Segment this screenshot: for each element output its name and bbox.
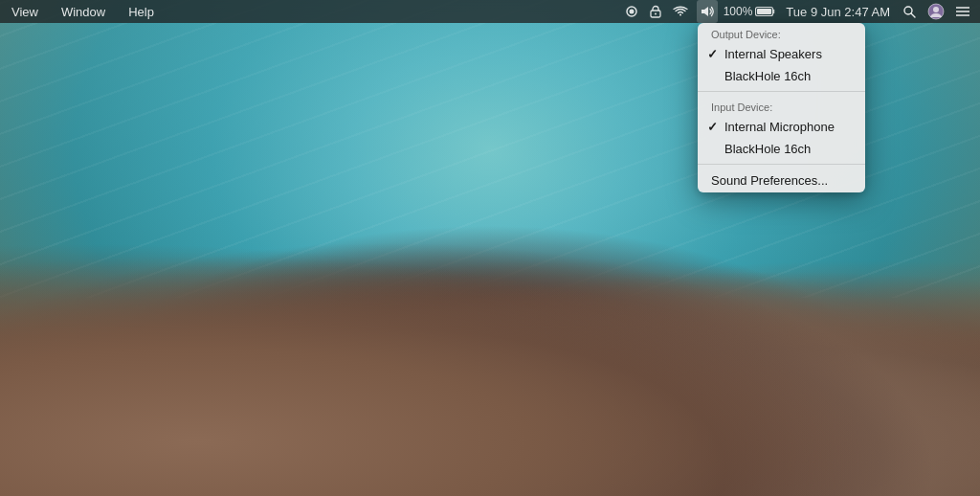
menu-help[interactable]: Help [124,0,158,23]
rocks-overlay [0,223,980,496]
output-device-internal-speakers[interactable]: Internal Speakers [698,43,865,65]
battery-percent: 100% [724,5,753,18]
menu-window[interactable]: Window [57,0,109,23]
svg-point-10 [933,7,939,12]
menu-divider-1 [698,91,865,92]
svg-line-8 [911,13,915,17]
menubar-datetime[interactable]: Tue 9 Jun 2:47 AM [782,5,894,19]
svg-rect-6 [757,9,771,14]
battery-icon [755,6,776,17]
spotlight-icon[interactable] [900,0,919,23]
user-icon[interactable] [924,0,947,23]
battery-container[interactable]: 100% [724,5,777,18]
sound-preferences-item[interactable]: Sound Preferences... [698,169,865,192]
sound-menu: Output Device: Internal Speakers BlackHo… [698,23,865,192]
input-device-internal-microphone[interactable]: Internal Microphone [698,116,865,138]
menu-view[interactable]: View [8,0,42,23]
control-center-icon[interactable] [953,0,972,23]
svg-point-1 [629,10,634,14]
wifi-icon[interactable] [670,0,691,23]
input-section-label: Input Device: [698,96,865,116]
output-section-label: Output Device: [698,23,865,43]
menubar-right: 100% Tue 9 Jun 2:47 AM [622,0,972,23]
svg-point-3 [655,13,657,15]
input-device-blackhole[interactable]: BlackHole 16ch [698,138,865,160]
screen-recording-icon[interactable] [622,0,641,23]
menu-divider-2 [698,164,865,165]
menubar: View Window Help [0,0,980,23]
privacy-icon[interactable] [647,0,664,23]
volume-icon[interactable] [697,0,718,23]
output-device-blackhole[interactable]: BlackHole 16ch [698,65,865,87]
menubar-left: View Window Help [8,0,158,23]
svg-marker-4 [702,7,708,16]
